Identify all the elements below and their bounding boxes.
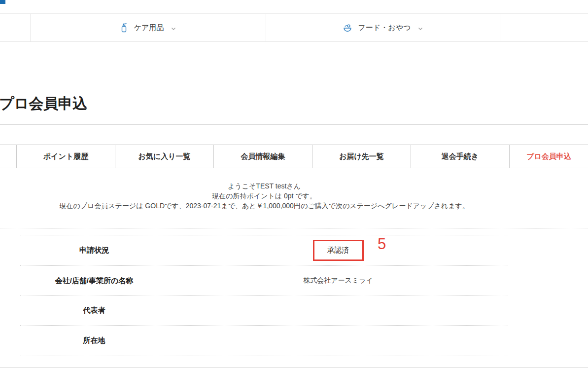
tab-delivery-addresses[interactable]: お届け先一覧 bbox=[312, 145, 411, 168]
food-bowl-icon bbox=[343, 24, 352, 32]
tab-member-info-edit[interactable]: 会員情報編集 bbox=[214, 145, 312, 168]
welcome-line-points: 現在の所持ポイントは 0pt です。 bbox=[20, 191, 508, 201]
nav-item-food-snacks[interactable]: フード・おやつ bbox=[266, 14, 500, 41]
chevron-down-icon bbox=[171, 27, 176, 31]
nav-spacer-right bbox=[500, 14, 588, 41]
section-divider-dotted bbox=[0, 228, 588, 228]
tab-pro-member-application[interactable]: プロ会員申込 bbox=[510, 145, 588, 168]
nav-item-label: ケア用品 bbox=[134, 23, 164, 33]
tab-favorites[interactable]: お気に入り一覧 bbox=[115, 145, 214, 168]
welcome-line-user: ようこそTEST testさん bbox=[20, 181, 508, 191]
table-row-representative: 代表者 bbox=[20, 296, 508, 326]
bottom-divider bbox=[0, 368, 588, 368]
spray-bottle-icon bbox=[120, 23, 128, 33]
member-tabs: ポイント履歴 お気に入り一覧 会員情報編集 お届け先一覧 退会手続き プロ会員申… bbox=[0, 145, 588, 168]
site-logo[interactable] bbox=[0, 0, 5, 4]
page-title: プロ会員申込 bbox=[0, 95, 87, 112]
title-divider bbox=[0, 124, 588, 125]
annotation-number: 5 bbox=[378, 236, 386, 252]
row-value: 株式会社アースミライ bbox=[168, 276, 508, 285]
tab-point-history[interactable]: ポイント履歴 bbox=[17, 145, 115, 168]
row-label: 会社/店舗/事業所の名称 bbox=[20, 276, 168, 286]
row-label: 申請状況 bbox=[20, 246, 168, 255]
nav-spacer-left bbox=[0, 14, 31, 41]
nav-item-care-goods[interactable]: ケア用品 bbox=[31, 14, 266, 41]
tab-spacer bbox=[0, 145, 17, 168]
category-nav: ケア用品 フード・おやつ bbox=[0, 13, 588, 42]
table-row-location: 所在地 bbox=[20, 326, 508, 356]
chevron-down-icon bbox=[418, 27, 423, 31]
row-label: 所在地 bbox=[20, 336, 168, 345]
tab-withdrawal[interactable]: 退会手続き bbox=[411, 145, 510, 168]
row-label: 代表者 bbox=[20, 306, 168, 315]
status-annotation-box: 承認済 bbox=[313, 240, 364, 261]
nav-item-label: フード・おやつ bbox=[358, 23, 411, 33]
welcome-line-stage: 現在のプロ会員ステージは GOLDです、2023-07-21まで、あと￥1,00… bbox=[20, 201, 508, 211]
table-row-application-status: 申請状況 承認済 5 bbox=[20, 235, 508, 266]
row-value: 承認済 bbox=[168, 240, 508, 261]
welcome-message: ようこそTEST testさん 現在の所持ポイントは 0pt です。 現在のプロ… bbox=[20, 181, 508, 211]
table-row-company-name: 会社/店舗/事業所の名称 株式会社アースミライ bbox=[20, 266, 508, 296]
application-table: 申請状況 承認済 5 会社/店舗/事業所の名称 株式会社アースミライ 代表者 所… bbox=[20, 235, 508, 356]
